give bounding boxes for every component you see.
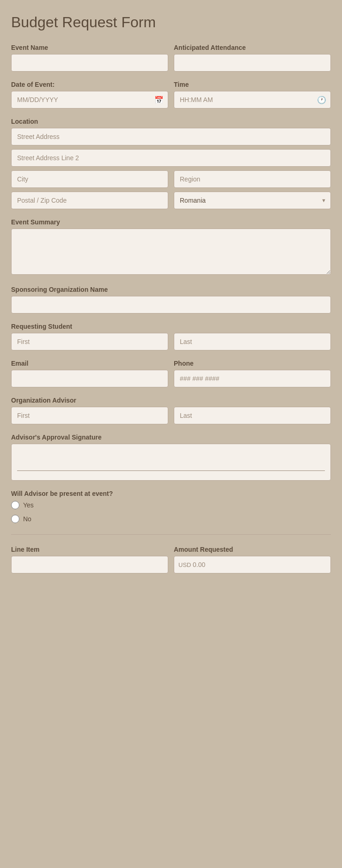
phone-input[interactable]: [174, 370, 331, 387]
no-radio[interactable]: [11, 515, 19, 523]
amount-requested-input[interactable]: [174, 556, 331, 573]
event-name-label: Event Name: [11, 44, 168, 51]
advisor-last-name-input[interactable]: [174, 407, 331, 424]
requesting-student-label: Requesting Student: [11, 323, 331, 330]
time-input[interactable]: [174, 91, 331, 108]
section-divider: [11, 534, 331, 535]
date-input[interactable]: [11, 91, 168, 108]
date-of-event-label: Date of Event:: [11, 81, 168, 88]
sponsoring-org-label: Sponsoring Organization Name: [11, 286, 331, 293]
event-summary-textarea[interactable]: [11, 229, 331, 275]
anticipated-attendance-label: Anticipated Attendance: [174, 44, 331, 51]
amount-requested-label: Amount Requested: [174, 546, 331, 553]
will-advisor-present-label: Will Advisor be present at event?: [11, 490, 331, 497]
country-select[interactable]: Romania United States United Kingdom Ger…: [174, 192, 331, 209]
yes-label: Yes: [23, 501, 34, 509]
email-input[interactable]: [11, 370, 168, 387]
street-address-input[interactable]: [11, 128, 331, 145]
page-title: Budget Request Form: [11, 14, 331, 31]
location-label: Location: [11, 118, 331, 125]
phone-label: Phone: [174, 360, 331, 367]
no-label: No: [23, 515, 31, 523]
advisor-present-radio-group: Yes No: [11, 501, 331, 523]
line-item-label: Line Item: [11, 546, 168, 553]
advisor-first-name-input[interactable]: [11, 407, 168, 424]
yes-radio[interactable]: [11, 501, 19, 509]
no-radio-item[interactable]: No: [11, 515, 331, 523]
event-summary-label: Event Summary: [11, 218, 331, 226]
signature-field[interactable]: [11, 444, 331, 481]
yes-radio-item[interactable]: Yes: [11, 501, 331, 509]
student-first-name-input[interactable]: [11, 333, 168, 350]
signature-line: [17, 470, 325, 471]
city-input[interactable]: [11, 170, 168, 188]
sponsoring-org-input[interactable]: [11, 296, 331, 313]
region-input[interactable]: [174, 170, 331, 188]
street-address-line2-input[interactable]: [11, 149, 331, 167]
event-name-input[interactable]: [11, 54, 168, 72]
student-last-name-input[interactable]: [174, 333, 331, 350]
org-advisor-label: Organization Advisor: [11, 397, 331, 404]
line-item-input[interactable]: [11, 556, 168, 573]
time-label: Time: [174, 81, 331, 88]
advisors-approval-label: Advisor's Approval Signature: [11, 434, 331, 441]
anticipated-attendance-input[interactable]: [174, 54, 331, 72]
postal-input[interactable]: [11, 192, 168, 209]
email-label: Email: [11, 360, 168, 367]
